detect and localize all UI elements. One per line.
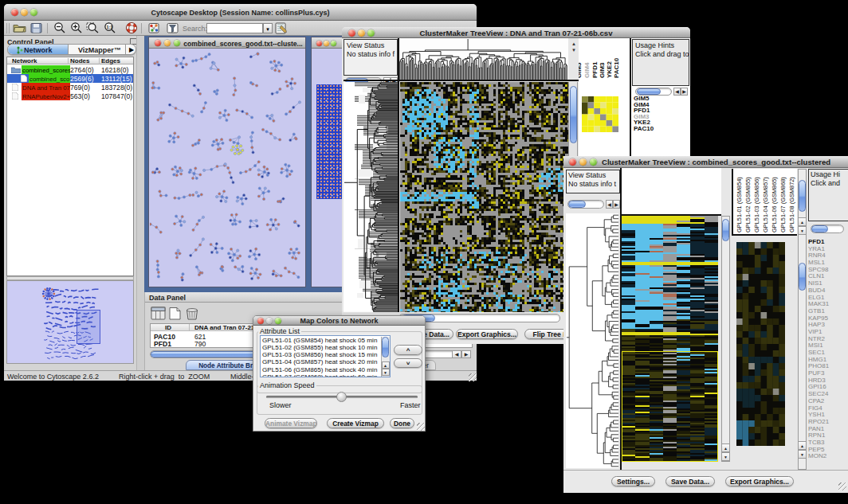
svg-text:PAC10: PAC10 [613, 57, 620, 78]
svg-text:GPL51-08 (GSM872): GPL51-08 (GSM872) [788, 177, 795, 232]
svg-text:YKE2: YKE2 [606, 61, 613, 78]
svg-text:GPL51-04 (GSM857): GPL51-04 (GSM857) [762, 177, 769, 232]
svg-text:GPL51-01 (GSM854): GPL51-01 (GSM854) [736, 177, 743, 232]
svg-text:GPL51-07 (GSM868): GPL51-07 (GSM868) [779, 177, 787, 232]
svg-text:GIM4: GIM4 [583, 62, 591, 78]
svg-text:1:1: 1:1 [107, 25, 113, 29]
svg-text:GIM3: GIM3 [599, 62, 606, 78]
svg-text:GPL51-02 (GSM855): GPL51-02 (GSM855) [744, 177, 752, 232]
svg-text:GPL51-03 (GSM856): GPL51-03 (GSM856) [753, 177, 760, 232]
svg-text:PFD1: PFD1 [591, 61, 599, 78]
svg-text:GIM5: GIM5 [579, 62, 583, 78]
svg-text:GPL51-06 (GSM865): GPL51-06 (GSM865) [771, 177, 778, 232]
